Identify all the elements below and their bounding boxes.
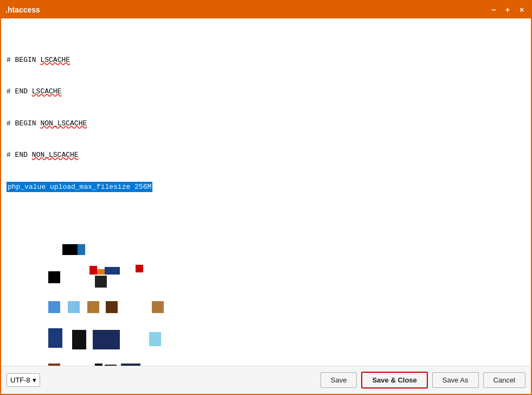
editor-area: # BEGIN LSCACHE # END LSCACHE # BEGIN NO… <box>1 18 531 366</box>
svg-rect-14 <box>72 330 86 349</box>
encoding-value: UTF-8 <box>10 376 30 384</box>
line-5: php_value upload_max_filesize 256M <box>7 182 525 193</box>
svg-rect-15 <box>93 330 120 349</box>
svg-rect-2 <box>89 266 97 275</box>
pixel-art-area: Please allow editing to be enabled to ad… <box>7 218 525 366</box>
svg-rect-6 <box>48 271 60 283</box>
svg-rect-17 <box>48 364 60 366</box>
save-close-button[interactable]: Save & Close <box>361 372 427 388</box>
close-button[interactable]: × <box>517 5 527 15</box>
svg-rect-11 <box>106 301 118 313</box>
svg-rect-5 <box>136 265 143 272</box>
svg-rect-3 <box>97 269 105 275</box>
lscache-1: LSCACHE <box>40 56 70 64</box>
svg-rect-18 <box>95 364 102 366</box>
encoding-arrow: ▾ <box>33 376 36 384</box>
svg-rect-20 <box>121 364 140 366</box>
svg-rect-0 <box>62 244 78 255</box>
pixel-art-svg: Please allow editing to be enabled to ad… <box>41 239 529 366</box>
line-2: # END LSCACHE <box>7 86 525 97</box>
svg-rect-19 <box>105 365 117 366</box>
minimize-button[interactable]: − <box>489 5 498 15</box>
svg-rect-1 <box>78 244 85 255</box>
non-lscache-2: NON_LSCACHE <box>32 151 79 159</box>
editor-content[interactable]: # BEGIN LSCACHE # END LSCACHE # BEGIN NO… <box>1 18 531 366</box>
footer-bar: UTF-8 ▾ Save Save & Close Save As Cancel <box>1 366 531 394</box>
cancel-button[interactable]: Cancel <box>483 372 525 388</box>
svg-rect-12 <box>152 301 164 313</box>
svg-rect-9 <box>68 301 80 313</box>
encoding-select[interactable]: UTF-8 ▾ <box>7 373 40 387</box>
svg-rect-13 <box>48 328 62 348</box>
svg-rect-7 <box>95 276 107 288</box>
selected-text: php_value upload_max_filesize 256M <box>7 182 152 193</box>
save-button[interactable]: Save <box>321 372 357 388</box>
line-1: # BEGIN LSCACHE <box>7 55 525 66</box>
svg-rect-4 <box>105 267 120 275</box>
lscache-2: LSCACHE <box>32 87 62 95</box>
svg-rect-16 <box>149 332 161 346</box>
title-bar: .htaccess − + × <box>1 1 531 18</box>
line-3: # BEGIN NON_LSCACHE <box>7 118 525 129</box>
main-window: .htaccess − + × # BEGIN LSCACHE # END LS… <box>0 0 532 395</box>
window-title: .htaccess <box>5 5 40 14</box>
save-as-button[interactable]: Save As <box>432 372 479 388</box>
maximize-button[interactable]: + <box>503 5 512 15</box>
line-4: # END NON_LSCACHE <box>7 150 525 161</box>
svg-rect-10 <box>87 301 99 313</box>
svg-rect-8 <box>48 301 60 313</box>
non-lscache-1: NON_LSCACHE <box>40 119 87 128</box>
window-controls: − + × <box>489 5 527 15</box>
